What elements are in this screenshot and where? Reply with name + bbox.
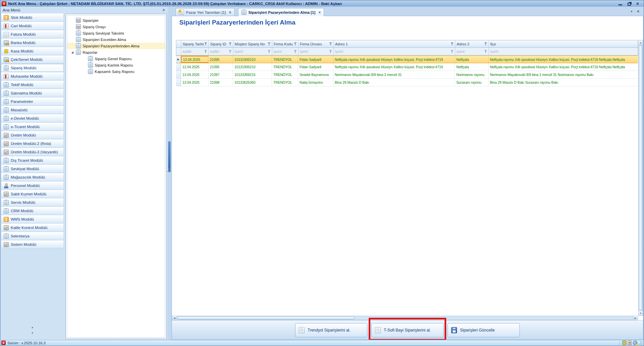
grid-filter-cell[interactable]: içerir: (455, 48, 489, 55)
grid-filter-cell[interactable]: içerir: (334, 48, 455, 55)
sidebar-item-20[interactable]: Personel Modülü (1, 182, 64, 190)
vertical-scroll-thumb[interactable] (639, 45, 642, 310)
sidebar-item-17[interactable]: Dış Ticaret Modülü (1, 156, 64, 164)
grid-cell[interactable]: 10133625360 (233, 79, 272, 86)
filter-funnel-icon[interactable] (268, 42, 271, 45)
sidebar-item-25[interactable]: Kalite Kontrol Modülü (1, 224, 64, 232)
tree-item-3[interactable]: Siparişleri Excelden Alma (67, 36, 165, 43)
vertical-scrollbar[interactable]: ▲ ▼ (638, 40, 643, 316)
sidebar-item-18[interactable]: Sevkiyat Modülü (1, 165, 64, 173)
tree-item-7[interactable]: Sipariş Karlılık Raporu (67, 62, 165, 68)
scroll-right-icon[interactable]: ▶ (633, 316, 638, 320)
panel-close-icon[interactable]: × (163, 8, 165, 12)
grid-cell[interactable]: Nerimanov Mayakovski 8/9 bina 2 menzil 3… (489, 71, 638, 78)
grid-cell[interactable]: 13.04.2025 (181, 79, 209, 86)
scroll-down-icon[interactable]: ▼ (31, 332, 34, 335)
sidebar-item-15[interactable]: Üretim Modülü-2 (Rota) (1, 140, 64, 148)
tree-item-4[interactable]: Siparişleri Pazaryerlerinden Alma (67, 43, 165, 49)
grid-column-header[interactable]: Firma Kodu (272, 40, 298, 47)
grid-row[interactable]: 12.04.20252109510131905210TRENDYOLFidan … (176, 63, 638, 71)
sidebar-item-23[interactable]: CRM Modülü (1, 207, 64, 215)
filter-funnel-icon[interactable] (294, 42, 297, 45)
resize-grip-icon[interactable] (639, 341, 643, 345)
tree-item-6[interactable]: Sipariş Genel Raporu (67, 55, 165, 62)
tree-item-0[interactable]: Siparişler (67, 17, 165, 24)
scroll-up-icon[interactable]: ▲ (639, 40, 643, 45)
action-button-1[interactable]: T-Soft Bayi Siparişlerini al. (371, 323, 444, 337)
grid-column-header[interactable]: İlçe (489, 40, 638, 47)
grid-filter-cell[interactable]: eşittir: (209, 48, 233, 55)
action-button-2[interactable]: Siparişleri Güncelle (448, 323, 520, 337)
action-button-0[interactable]: Trendyol Siparişlerini al. (295, 323, 367, 337)
filter-funnel-icon[interactable] (329, 50, 332, 53)
grid-cell[interactable]: Suraxanı rayonu (455, 79, 489, 86)
grid-cell[interactable]: Neftçala (455, 56, 489, 63)
sidebar-item-11[interactable]: Masaüstü (1, 106, 64, 114)
sidebar-item-13[interactable]: e-Ticaret Modülü (1, 123, 64, 131)
scroll-up-icon[interactable]: ▲ (31, 326, 34, 329)
horizontal-scrollbar[interactable]: ◀ ▶ (172, 316, 638, 320)
grid-column-header[interactable]: Müşteri Sipariş No (233, 40, 272, 47)
filter-funnel-icon[interactable] (268, 50, 271, 53)
tab-close-icon[interactable]: × (229, 10, 231, 15)
grid-cell[interactable]: 21095 (209, 63, 233, 71)
tab-0[interactable]: Pazar Yeri Tanımları [1] × (176, 8, 235, 16)
filter-funnel-icon[interactable] (451, 42, 454, 45)
grid-filter-cell[interactable]: eşittir: (181, 48, 209, 55)
sidebar-item-24[interactable]: WMS Modülü (1, 215, 64, 223)
grid-cell[interactable]: TRENDYOL (272, 71, 298, 78)
grid-cell[interactable]: 13.04.2025 (181, 71, 209, 78)
sidebar-item-9[interactable]: Satınalma Modülü (1, 89, 64, 97)
sidebar-item-6[interactable]: Sipariş Modülü (1, 64, 64, 72)
grid-cell[interactable]: TRENDYOL (272, 56, 298, 63)
grid-column-header[interactable]: Adres 1 (334, 40, 455, 47)
grid-cell[interactable]: Neftçala rayonu Xıllı qəsəbəsi Hüseyn Xə… (489, 56, 638, 63)
sidebar-item-10[interactable]: Parametreler (1, 98, 64, 106)
restore-button[interactable] (628, 3, 631, 6)
grid-cell[interactable]: 12.04.2025 (181, 63, 209, 71)
sidebar-item-2[interactable]: Fatura Modülü (1, 30, 64, 38)
grid-cell[interactable]: Neftçala rayonu Xıllı qəsəbəsi Hüseyn Xə… (333, 56, 455, 63)
grid-cell[interactable]: Fidan Sadyarli (298, 56, 333, 63)
splitter-grip[interactable] (168, 141, 171, 172)
grid-cell[interactable]: 10133359215 (233, 71, 272, 78)
tree-item-5[interactable]: ◢ Raporlar (67, 49, 165, 55)
grid-cell[interactable]: 21098 (209, 79, 233, 86)
gallery-icon[interactable] (622, 341, 627, 345)
grid-column-header[interactable]: Firma Ünvanı (298, 40, 334, 47)
expand-arrow-icon[interactable]: ◢ (71, 51, 74, 54)
grid-cell[interactable]: Natiq İsmayılov (298, 79, 333, 86)
sidebar-item-0[interactable]: Stok Modülü (1, 13, 64, 22)
grid-filter-cell[interactable]: içerir: (298, 48, 334, 55)
sidebar-item-4[interactable]: Kasa Modülü (1, 47, 64, 55)
grid-cell[interactable]: Seadet Bayramova (298, 71, 333, 78)
sidebar-item-8[interactable]: Teklif Modülü (1, 81, 64, 89)
filter-funnel-icon[interactable] (484, 42, 487, 45)
grid-filter-cell[interactable]: içerir: (233, 48, 272, 55)
grid-row[interactable]: 13.04.20252109810133625360TRENDYOLNatiq … (176, 79, 638, 86)
grid-cell[interactable]: Neftçala (455, 63, 489, 71)
scroll-down-icon[interactable]: ▼ (639, 311, 643, 315)
tab-1[interactable]: Siparişleri Pazaryerlerinden Alma [1] × (238, 8, 324, 16)
grid-cell[interactable]: 10131905210 (233, 56, 272, 63)
sidebar-item-19[interactable]: Mağazacılık Modülü (1, 173, 64, 181)
sidebar-item-22[interactable]: Servis Modülü (1, 198, 64, 206)
tree-item-2[interactable]: Sipariş Sevkiyat Takvimi (67, 30, 165, 36)
grid-filter-cell[interactable]: içerir: (489, 48, 638, 55)
filter-funnel-icon[interactable] (204, 42, 207, 45)
filter-funnel-icon[interactable] (204, 50, 207, 53)
minimize-button[interactable] (618, 4, 622, 5)
grid-cell[interactable]: Bina 29 Massiv D Bakı (333, 79, 455, 86)
close-button[interactable]: × (636, 1, 639, 6)
grid-column-header[interactable]: Sipariş ID (209, 40, 233, 47)
sidebar-item-14[interactable]: Üretim Modülü (1, 131, 64, 139)
grid-cell[interactable]: TRENDYOL (272, 63, 298, 71)
sync-icon[interactable] (633, 341, 637, 345)
filter-funnel-icon[interactable] (229, 42, 232, 45)
grid-cell[interactable]: 21095 (209, 56, 233, 63)
grid-filter-cell[interactable]: içerir: (272, 48, 298, 55)
grid-cell[interactable]: 10131905210 (233, 63, 272, 71)
tab-list-chevron-icon[interactable]: ▼ (630, 10, 633, 13)
horizontal-scroll-thumb[interactable] (177, 316, 355, 319)
filter-funnel-icon[interactable] (329, 42, 332, 45)
